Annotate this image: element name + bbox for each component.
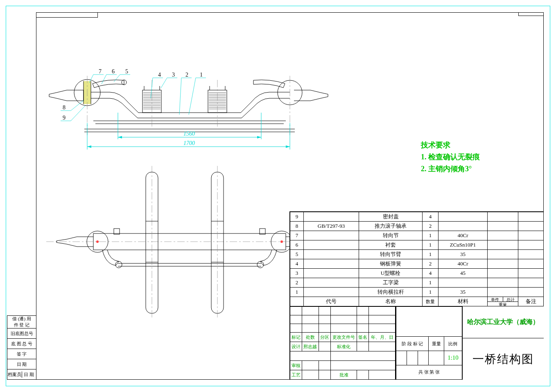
sheet-info: 共 张 第 张: [396, 365, 462, 379]
weight-label: 重量: [429, 337, 444, 351]
frame-tl-box: [36, 12, 98, 18]
tech-req-2: 2. 主销内倾角3°: [421, 163, 480, 175]
organization: 哈尔滨工业大学（威海）: [463, 306, 544, 338]
bom-header-row: 代号 名称 数量 材料 单件 总计 重量 备注: [290, 297, 544, 306]
lt-sign: 签 字: [7, 349, 36, 359]
role-approve: 批准: [330, 370, 357, 380]
bom-row: 9密封盖4: [290, 212, 544, 222]
stage-panel: 阶 段 标 记 重量 比例 1:10 共 张 第 张: [396, 306, 463, 380]
title-panel: 哈尔滨工业大学（威海） 一桥结构图: [463, 306, 544, 380]
bom-table: 9密封盖48GB/T297-93推力滚子轴承27转向节140Cr6衬套1ZCuS…: [290, 212, 544, 306]
lt-date: 日 期: [7, 359, 36, 369]
bom-row: 6衬套1ZCuSn10P1: [290, 240, 544, 250]
bom-row: 2工字梁1: [290, 278, 544, 288]
role-audit: 审核: [290, 361, 302, 370]
role-design: 设计: [290, 342, 302, 351]
frame-notch: [518, 12, 544, 16]
bom-row: 4钢板弹簧240Cr: [290, 259, 544, 269]
rev-header: 标记 处数 分区 更改文件号 签名 年、月、日: [290, 333, 396, 342]
role-std: 标准化: [330, 342, 357, 351]
bom-row: 5转向节臂135: [290, 250, 544, 259]
bom-row: 3U型螺栓445: [290, 269, 544, 278]
bom-row: 8GB/T297-93推力滚子轴承2: [290, 222, 544, 231]
lt-borrow: 借 (通) 用 件 登 记: [7, 316, 36, 328]
bom-h-code: 代号: [304, 297, 359, 306]
bom-h-total: 总计: [503, 297, 518, 301]
lt-archivist: 档案员 日 期: [7, 369, 36, 379]
bom-h-material: 材料: [438, 297, 488, 306]
titleblock-lower: 标记 处数 分区 更改文件号 签名 年、月、日 设计 邢志越 标准化: [290, 306, 544, 380]
left-registration-table: 借 (通) 用 件 登 记 旧底图总号 底 图 总 号 签 字 日 期 档案员 …: [7, 315, 36, 380]
bom-h-unit: 单件: [488, 297, 503, 301]
bom-row: 7转向节140Cr: [290, 231, 544, 240]
scale-value: 1:10: [444, 351, 462, 365]
tech-req-heading: 技术要求: [421, 139, 480, 151]
role-tech: 工艺: [290, 370, 302, 380]
bom-h-weight: 重量: [488, 302, 518, 306]
technical-requirements: 技术要求 1. 检查确认无裂痕 2. 主销内倾角3°: [421, 139, 480, 174]
drawing-title: 一桥结构图: [463, 338, 544, 380]
stage-label: 阶 段 标 记: [396, 337, 429, 351]
lt-old-no: 旧底图总号: [7, 328, 36, 338]
bom-row: 1转向横拉杆135: [290, 288, 544, 297]
designer-name: 邢志越: [302, 342, 319, 351]
title-block: 9密封盖48GB/T297-93推力滚子轴承27转向节140Cr6衬套1ZCuS…: [289, 211, 544, 380]
bom-h-qty: 数量: [423, 297, 438, 306]
bom-h-remark: 备注: [518, 297, 544, 306]
bom-h-name: 名称: [359, 297, 423, 306]
lt-base-no: 底 图 总 号: [7, 338, 36, 349]
scale-label: 比例: [444, 337, 462, 351]
revision-panel: 标记 处数 分区 更改文件号 签名 年、月、日 设计 邢志越 标准化: [290, 306, 396, 380]
tech-req-1: 1. 检查确认无裂痕: [421, 151, 480, 163]
